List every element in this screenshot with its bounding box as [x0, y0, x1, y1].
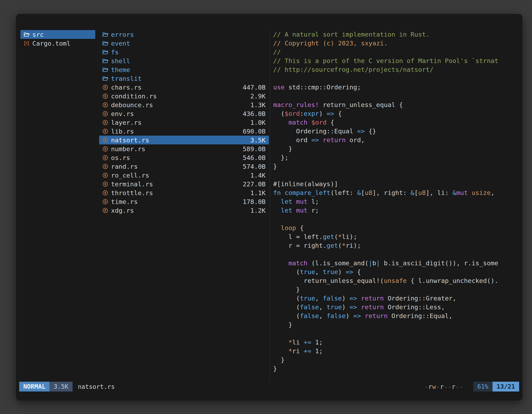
code-line: (true, false) => return Ordering::Greate… — [273, 294, 515, 303]
file-size: 2.9K — [250, 92, 266, 100]
file-row[interactable]: Rnatsort.rs3.5K — [99, 136, 269, 144]
status-filename: natsort.rs — [78, 383, 115, 390]
code-line: *ri += 1; — [273, 347, 515, 356]
file-row[interactable]: Renv.rs436.0B — [99, 109, 269, 118]
file-row[interactable]: Rterminal.rs227.0B — [99, 180, 269, 188]
code-line: use std::cmp::Ordering; — [273, 83, 515, 92]
svg-text:R: R — [104, 191, 106, 195]
current-pane: errorseventfsshellthemetranslitRchars.rs… — [99, 30, 269, 215]
status-bar-left: NORMAL 3.5K natsort.rs — [19, 382, 115, 392]
file-name: env.rs — [111, 110, 240, 117]
dir-row[interactable]: fs — [99, 48, 269, 57]
dir-name: errors — [111, 31, 266, 38]
code-line: *li += 1; — [273, 338, 515, 347]
svg-text:R: R — [104, 112, 106, 116]
file-name: lib.rs — [111, 128, 240, 135]
rust-icon: R — [102, 146, 109, 152]
code-line: } — [273, 356, 515, 364]
file-size: 1.1K — [250, 189, 266, 197]
code-line: // http://sourcefrog.net/projects/natsor… — [273, 65, 515, 74]
file-name: natsort.rs — [111, 136, 248, 144]
code-line: }; — [273, 153, 515, 162]
code-line — [273, 74, 515, 83]
file-row[interactable]: Rnumber.rs589.0B — [99, 144, 269, 153]
svg-text:R: R — [104, 121, 106, 124]
file-size: 3.5K — [250, 136, 266, 144]
file-name: rand.rs — [111, 163, 240, 170]
dir-row[interactable]: theme — [99, 65, 269, 74]
file-name: terminal.rs — [111, 180, 240, 188]
file-row[interactable]: Ros.rs546.0B — [99, 153, 269, 162]
code-line: fn compare_left(left: &[u8], right: &[u8… — [273, 188, 515, 197]
toml-icon — [23, 40, 30, 47]
file-row[interactable]: Rlib.rs690.0B — [99, 127, 269, 136]
file-row[interactable]: Rthrottle.rs1.1K — [99, 188, 269, 197]
file-size-badge: 3.5K — [49, 382, 72, 392]
dir-name: event — [111, 40, 266, 47]
scroll-percent-badge: 61% — [473, 382, 493, 392]
file-name: xdg.rs — [111, 207, 248, 214]
rust-icon: R — [102, 119, 109, 126]
dir-row[interactable]: src — [20, 30, 95, 39]
code-line: match (l.is_some_and(|b| b.is_ascii_digi… — [273, 259, 515, 268]
file-row[interactable]: Rlayer.rs1.0K — [99, 118, 269, 127]
rust-icon: R — [102, 163, 109, 170]
code-line: l = left.get(*li); — [273, 232, 515, 241]
folder-icon — [23, 31, 30, 38]
mode-badge: NORMAL — [19, 382, 49, 392]
file-size: 436.0B — [243, 110, 266, 117]
code-line: // Copyright (c) 2023, sxyazi. — [273, 39, 515, 48]
dir-name: shell — [111, 57, 266, 65]
code-line: // This is a port of the C version of Ma… — [273, 57, 515, 65]
code-line: loop { — [273, 223, 515, 232]
code-line: } — [273, 285, 515, 294]
dir-row[interactable]: errors — [99, 30, 269, 39]
dir-row[interactable]: translit — [99, 74, 269, 83]
svg-text:R: R — [104, 209, 106, 212]
file-row[interactable]: Rdebounce.rs1.3K — [99, 100, 269, 109]
code-line — [273, 215, 515, 223]
file-name: Cargo.toml — [32, 40, 92, 47]
file-row[interactable]: Rro_cell.rs1.4K — [99, 171, 269, 180]
dir-row[interactable]: event — [99, 39, 269, 48]
rust-icon: R — [102, 128, 109, 135]
svg-text:R: R — [104, 147, 106, 151]
file-row[interactable]: Rxdg.rs1.2K — [99, 206, 269, 215]
parent-pane: srcCargo.toml — [20, 30, 95, 48]
code-line: } — [273, 144, 515, 153]
dir-name: fs — [111, 48, 266, 56]
file-row[interactable]: Rrand.rs574.0B — [99, 162, 269, 171]
svg-text:R: R — [104, 165, 106, 168]
permissions: -rw-r--r-- — [424, 383, 464, 390]
folder-icon — [102, 58, 109, 64]
svg-text:R: R — [104, 86, 106, 89]
code-line: } — [273, 162, 515, 171]
code-line — [273, 92, 515, 100]
folder-icon — [102, 40, 109, 47]
rust-icon: R — [102, 172, 109, 179]
folder-icon — [102, 31, 109, 38]
code-line: (false, true) => return Ordering::Less, — [273, 303, 515, 311]
code-line: } — [273, 320, 515, 329]
code-line — [273, 329, 515, 338]
status-bar: NORMAL 3.5K natsort.rs -rw-r--r-- 61% 13… — [19, 382, 519, 392]
code-line: match $ord { — [273, 118, 515, 127]
rust-icon: R — [102, 84, 109, 91]
file-row[interactable]: Rchars.rs447.0B — [99, 83, 269, 92]
screen-background: srcCargo.toml errorseventfsshellthemetra… — [0, 0, 532, 414]
folder-icon — [102, 75, 109, 82]
file-name: throttle.rs — [111, 189, 248, 197]
rust-icon: R — [102, 93, 109, 99]
dir-name: src — [32, 31, 92, 38]
rust-icon: R — [102, 102, 109, 108]
file-name: debounce.rs — [111, 101, 248, 109]
rust-icon: R — [102, 198, 109, 205]
dir-row[interactable]: shell — [99, 57, 269, 65]
file-manager-window: srcCargo.toml errorseventfsshellthemetra… — [16, 14, 522, 401]
file-row[interactable]: Rcondition.rs2.9K — [99, 92, 269, 100]
file-row[interactable]: Cargo.toml — [20, 39, 95, 48]
file-row[interactable]: Rtime.rs178.0B — [99, 197, 269, 206]
file-size: 1.2K — [250, 207, 266, 214]
file-name: chars.rs — [111, 84, 240, 91]
file-size: 546.0B — [243, 154, 266, 161]
